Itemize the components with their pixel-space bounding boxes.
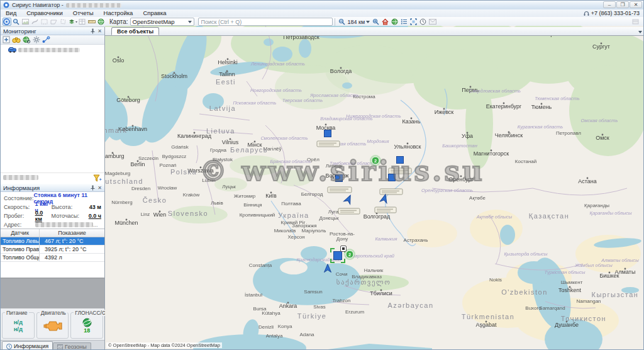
map-label: Slovensko — [168, 210, 208, 217]
add-object-icon[interactable] — [3, 36, 10, 43]
map-label: Уфа — [462, 133, 473, 139]
map-watermark: © www.sirius.su — [199, 155, 485, 187]
map-tab-strip: Все объекты — [105, 27, 644, 36]
gear-icon[interactable] — [33, 36, 40, 43]
filter-funnel-icon[interactable] — [93, 174, 102, 183]
table-row[interactable]: Топливо Левый 467 л; t°: 20 °C — [1, 237, 104, 246]
map-label: Вологда — [330, 68, 352, 74]
map-label: Ақтөбе облысы — [476, 214, 513, 220]
mileage-value[interactable]: 0.0 км — [35, 210, 52, 222]
vehicle-name-plate[interactable] — [338, 208, 360, 214]
fit-map-icon[interactable] — [409, 18, 418, 26]
selected-vehicle-marker[interactable] — [334, 252, 342, 260]
info-body: Состояние: Стоянка 6 минут 11 секунд Ско… — [1, 192, 104, 229]
minimize-button[interactable]: – — [603, 1, 616, 8]
tab-geozones-label: Геозоны — [65, 344, 87, 350]
power-value-2: н/д — [14, 325, 23, 332]
search-input[interactable] — [198, 18, 333, 26]
tab-all-objects[interactable]: Все объекты — [111, 27, 159, 35]
vehicle-name-plate[interactable] — [328, 187, 352, 193]
table-row[interactable]: Топливо Правый 3925 л; t°: 20 °C — [1, 246, 104, 254]
ruler-icon[interactable] — [87, 18, 96, 26]
menu-spravka[interactable]: Справка — [138, 9, 171, 17]
map-label: Eesti — [216, 78, 236, 86]
map-label: Тверская область — [282, 98, 323, 103]
map-canvas[interactable]: OsloStockholmGöteborgHelsinkiTallinnПетр… — [105, 26, 644, 350]
ruler-area-icon[interactable] — [50, 18, 58, 26]
map-label: Душанбе — [555, 322, 579, 328]
redacted-text — [377, 209, 393, 210]
zoom-out-icon[interactable] — [337, 18, 346, 26]
vehicle-name-plate[interactable] — [375, 207, 396, 213]
vehicle-name-plate[interactable] — [380, 189, 402, 195]
map-label: Azərbaycan — [387, 302, 433, 309]
tab-geozones[interactable]: Геозоны — [53, 342, 91, 350]
globe-search-icon[interactable] — [23, 36, 31, 43]
redacted-text — [319, 143, 336, 144]
map-label: Kütahya — [262, 310, 280, 316]
search-object-icon[interactable] — [12, 18, 21, 26]
hours-value[interactable]: 0.0 ч — [89, 213, 101, 219]
app-icon — [3, 2, 9, 8]
map-label: Polska — [170, 168, 197, 176]
list-icon[interactable] — [400, 18, 409, 26]
history-clock-icon[interactable] — [419, 18, 428, 26]
map-label: Свердловская область — [469, 88, 521, 94]
map-label: Lietuva — [206, 127, 235, 135]
map-scale-dropdown[interactable]: 184 км — [348, 19, 370, 25]
value-col-header[interactable]: Показание — [40, 229, 104, 237]
chevron-down-icon — [366, 21, 370, 23]
vehicle-icon — [8, 47, 16, 53]
menu-vid[interactable]: Вид — [1, 9, 21, 17]
pin-icon[interactable] — [91, 28, 95, 34]
tab-information[interactable]: Информация — [2, 341, 53, 350]
polygon-icon[interactable] — [59, 18, 68, 26]
select-area-icon[interactable] — [40, 18, 49, 26]
altitude-label: Высота: — [52, 204, 79, 210]
close-icon[interactable]: ✕ — [97, 28, 102, 34]
table-row[interactable]: Топливо Общее 4392 л — [1, 254, 104, 262]
map-label: Danmark — [105, 127, 128, 134]
map-label: Жамбыл облысы — [574, 262, 613, 268]
binoculars-icon[interactable] — [12, 36, 21, 43]
track-icon[interactable] — [31, 18, 40, 26]
report-icon[interactable] — [21, 18, 30, 26]
map-label: Ульяновск — [394, 144, 421, 150]
home-icon[interactable] — [381, 18, 390, 26]
power-status-group: Питание н/д н/д — [2, 312, 35, 339]
map-provider-combobox[interactable]: OpenStreetMap — [130, 18, 194, 26]
menu-otchety[interactable]: Отчеты — [68, 9, 99, 17]
map-label: Erzurum — [345, 309, 365, 315]
close-icon[interactable]: ✕ — [97, 185, 102, 191]
selected-object-row — [1, 172, 104, 184]
vehicle-marker[interactable] — [325, 130, 331, 137]
clock-icon — [6, 344, 12, 349]
table-icon[interactable] — [78, 18, 87, 26]
sensor-col-header[interactable]: Датчик — [1, 229, 40, 237]
map-label: Нижегородская область — [346, 113, 401, 119]
layers-dropdown-icon[interactable] — [69, 18, 77, 26]
monitoring-mode-icon[interactable] — [3, 18, 11, 26]
map-attribution: © OpenStreetMap - Map data ©2024 OpenStr… — [106, 342, 222, 348]
chevron-down-icon — [188, 21, 192, 23]
tree-item-vehicle[interactable] — [3, 47, 102, 53]
menu-nastroyka[interactable]: Настройка — [99, 9, 138, 17]
show-all-objects-icon[interactable] — [391, 18, 399, 26]
route-icon[interactable] — [42, 36, 50, 43]
message-icon[interactable] — [428, 18, 437, 26]
map-label: Wrocław — [158, 185, 177, 191]
map-area[interactable]: OsloStockholmGöteborgHelsinkiTallinnПетр… — [105, 26, 644, 350]
sensor-value: 4392 л — [40, 254, 104, 261]
toolbar-options-icon[interactable] — [631, 18, 640, 26]
maximize-button[interactable]: ❐ — [616, 1, 629, 8]
pin-icon[interactable] — [91, 185, 95, 191]
tab-list-dropdown-icon[interactable] — [638, 31, 642, 33]
map-label: Nürnberg — [111, 200, 132, 205]
map-label: Тюменская область — [535, 96, 580, 101]
menu-spravochniki[interactable]: Справочники — [21, 9, 68, 17]
zoom-in-icon[interactable] — [372, 18, 380, 26]
globe-icon[interactable] — [97, 18, 106, 26]
vehicle-name-plate[interactable] — [317, 141, 340, 147]
map-label: Namangan — [576, 298, 601, 304]
close-button[interactable]: ✕ — [630, 1, 642, 8]
